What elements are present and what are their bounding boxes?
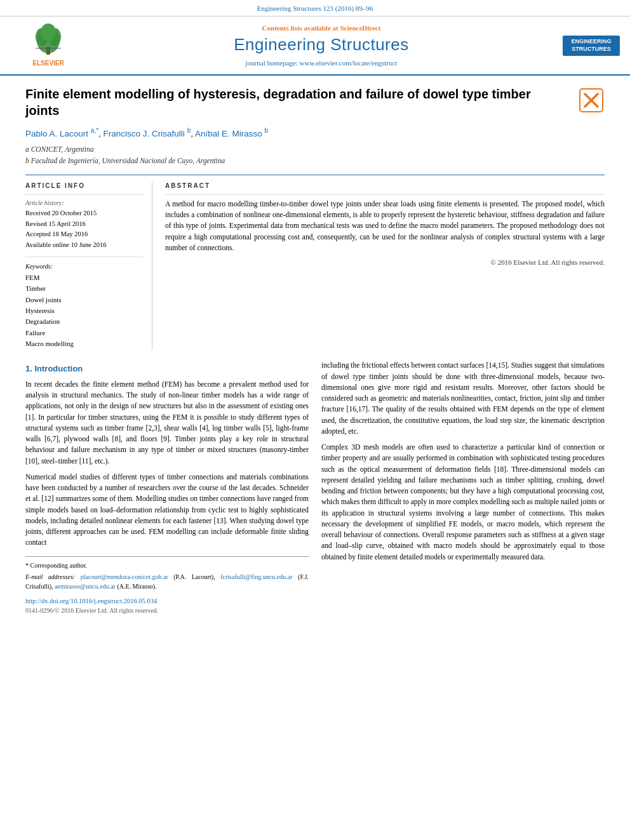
eng-struct-logo: ENGINEERINGSTRUCTURES	[563, 36, 620, 55]
intro-section-title: 1. Introduction	[25, 363, 309, 375]
copyright-line: © 2016 Elsevier Ltd. All rights reserved…	[165, 257, 605, 268]
elsevier-logo-area: ELSEVIER	[10, 23, 86, 68]
article-content: Finite element modelling of hysteresis, …	[0, 76, 630, 625]
affiliations: a CONICET, Argentina b Facultad de Ingen…	[25, 144, 605, 166]
right-para1: including the frictional effects between…	[321, 360, 605, 437]
email2-link[interactable]: fcrisafulli@fing.uncu.edu.ar	[220, 573, 292, 580]
email-footnote: E-mail addresses: placourt@mendoza-conic…	[25, 572, 309, 591]
affiliation-b: b Facultad de Ingeniería, Universidad Na…	[25, 156, 605, 166]
revised-date: Revised 15 April 2016	[25, 220, 143, 229]
keywords-section: Keywords: FEM Timber Dowel joints Hyster…	[25, 262, 143, 349]
history-label: Article history:	[25, 199, 143, 208]
journal-center-info: Contents lists available at ScienceDirec…	[86, 23, 556, 68]
crossmark-icon	[579, 88, 603, 112]
keyword-6: Failure	[25, 328, 143, 338]
article-info-heading: ARTICLE INFO	[25, 182, 143, 190]
doi-section: http://dx.doi.org/10.1016/j.engstruct.20…	[25, 596, 309, 616]
journal-homepage: journal homepage: www.elsevier.com/locat…	[86, 58, 556, 68]
abstract-heading: ABSTRACT	[165, 182, 605, 190]
corresponding-label: * Corresponding author.	[25, 561, 309, 570]
keyword-5: Degradation	[25, 317, 143, 326]
body-right-col: including the frictional effects between…	[321, 360, 605, 615]
keyword-4: Hysteresis	[25, 306, 143, 316]
email1-link[interactable]: placourt@mendoza-conicet.gob.ar	[81, 573, 168, 580]
intro-para1: In recent decades the finite element met…	[25, 379, 309, 467]
journal-citation: Engineering Structures 123 (2016) 89–96	[0, 0, 630, 17]
info-abstract-section: ARTICLE INFO Article history: Received 2…	[25, 175, 605, 350]
email3-link[interactable]: aemirasso@uncu.edu.ar	[55, 583, 116, 590]
doi-link[interactable]: http://dx.doi.org/10.1016/j.engstruct.20…	[25, 596, 309, 606]
abstract-text: A method for macro modelling timber-to-t…	[165, 199, 605, 268]
right-para2: Complex 3D mesh models are often used to…	[321, 442, 605, 563]
elsevier-tree-icon	[29, 23, 67, 58]
available-date: Available online 10 June 2016	[25, 241, 143, 250]
article-title: Finite element modelling of hysteresis, …	[25, 86, 579, 119]
keywords-label: Keywords:	[25, 262, 143, 271]
received-date: Received 20 October 2015	[25, 209, 143, 218]
keywords-list: FEM Timber Dowel joints Hysteresis Degra…	[25, 273, 143, 349]
issn-line: 0141-0296/© 2016 Elsevier Ltd. All right…	[25, 606, 309, 615]
svg-point-4	[41, 23, 56, 41]
accepted-date: Accepted 18 May 2016	[25, 230, 143, 239]
keyword-3: Dowel joints	[25, 295, 143, 305]
affiliation-a: a CONICET, Argentina	[25, 144, 605, 154]
article-info-col: ARTICLE INFO Article history: Received 2…	[25, 182, 152, 350]
abstract-body: A method for macro modelling timber-to-t…	[165, 199, 605, 253]
article-history: Article history: Received 20 October 201…	[25, 199, 143, 250]
intro-para2: Numerical model studies of different typ…	[25, 472, 309, 549]
authors-line: Pablo A. Lacourt a,*, Francisco J. Crisa…	[25, 126, 605, 140]
body-section: 1. Introduction In recent decades the fi…	[25, 360, 605, 615]
journal-header: ELSEVIER Contents lists available at Sci…	[0, 17, 630, 76]
abstract-col: ABSTRACT A method for macro modelling ti…	[165, 182, 605, 350]
journal-title: Engineering Structures	[86, 33, 556, 56]
eng-struct-logo-area: ENGINEERINGSTRUCTURES	[556, 36, 620, 55]
keyword-2: Timber	[25, 284, 143, 293]
body-left-col: 1. Introduction In recent decades the fi…	[25, 360, 309, 615]
sciencedirect-link: Contents lists available at ScienceDirec…	[86, 23, 556, 33]
article-title-section: Finite element modelling of hysteresis, …	[25, 86, 605, 119]
keyword-1: FEM	[25, 273, 143, 283]
crossmark-badge	[579, 88, 605, 116]
elsevier-label: ELSEVIER	[32, 59, 64, 68]
keyword-7: Macro modelling	[25, 339, 143, 349]
footnote-section: * Corresponding author. E-mail addresses…	[25, 556, 309, 591]
